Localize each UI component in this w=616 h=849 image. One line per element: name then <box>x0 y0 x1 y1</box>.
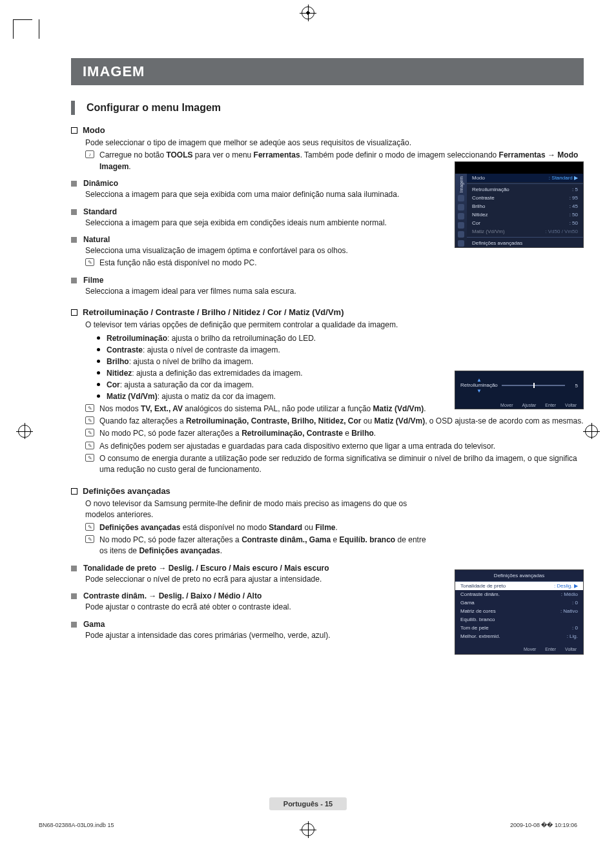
osd-side-label: Imagem <box>459 176 464 192</box>
note-icon: ✎ <box>85 258 94 266</box>
text: Brilho: ajusta o nível de brilho da imag… <box>107 356 253 367</box>
imprint-right: 2009-10-08 �� 10:19:06 <box>510 822 577 828</box>
osd-footer-item: Mover <box>500 403 513 407</box>
text: Matiz (Vd/Vm): ajusta o matiz da cor da … <box>107 391 276 402</box>
osd-row: Brilho: 45 <box>467 202 583 210</box>
text: No modo PC, só pode fazer alterações a R… <box>99 428 376 439</box>
note-icon: ✎ <box>85 404 94 412</box>
osd-screenshot-slider: ▲ Retroiluminação ▼ 5 Mover Ajustar Ente… <box>455 371 584 409</box>
osd-slider-track <box>502 385 565 386</box>
triangle-down-icon: ▼ <box>460 389 498 394</box>
checkbox-marker-icon <box>71 127 77 134</box>
page-footer: Português - 15 <box>0 797 616 810</box>
osd-slider-value: 5 <box>569 383 578 389</box>
bullet-dot-icon <box>97 348 100 351</box>
osd-row: Tom de pele: 0 <box>455 624 583 632</box>
text: Cor: ajusta a saturação da cor da imagem… <box>107 379 254 391</box>
osd-row: Tonalidade de preto: Deslig. ▶ <box>455 582 583 590</box>
osd-icon <box>458 195 464 201</box>
tools-icon: ♪ <box>85 150 94 158</box>
imprint-left: BN68-02388A-03L09.indb 15 <box>39 822 114 828</box>
osd-footer-item: Enter <box>545 647 556 651</box>
heading-modo: Modo <box>71 125 584 135</box>
document-page: IMAGEM Configurar o menu Imagem Modo Pod… <box>0 0 616 641</box>
text: Retroiluminação: ajusta o brilho da retr… <box>107 332 316 344</box>
bullet-dot-icon <box>97 394 100 398</box>
bullet-item: Brilho: ajusta o nível de brilho da imag… <box>97 356 584 367</box>
checkbox-marker-icon <box>71 488 77 495</box>
text: No modo PC, só pode fazer alterações a C… <box>99 535 434 557</box>
body-defav-intro: O novo televisor da Samsung permite-lhe … <box>85 498 434 521</box>
square-bullet-icon <box>71 593 77 599</box>
text: Esta função não está disponível no modo … <box>99 258 257 269</box>
body-filme: Selecciona a imagem ideal para ver filme… <box>85 286 584 297</box>
osd-icon <box>458 240 464 247</box>
osd-icon <box>458 204 464 210</box>
note-icon: ✎ <box>85 442 94 449</box>
note-icon: ✎ <box>85 416 94 424</box>
osd-title: Definições avançadas <box>455 570 583 582</box>
body-modo: Pode seleccionar o tipo de imagem que me… <box>85 138 584 148</box>
text: As definições podem ser ajustadas e guar… <box>99 441 495 452</box>
bullet-dot-icon <box>97 360 100 363</box>
osd-row: Melhor. extremid.: Lig. <box>455 632 583 640</box>
note-retro-4: ✎ As definições podem ser ajustadas e gu… <box>85 441 584 452</box>
section-header: Configurar o menu Imagem <box>71 101 584 115</box>
osd-row: Matriz de cores: Nativo <box>455 607 583 615</box>
checkbox-marker-icon <box>71 309 77 316</box>
bullet-dot-icon <box>97 383 100 386</box>
heading-filme: Filme <box>71 276 584 285</box>
osd-row: Matiz (Vd/Vm): Vd50 / Vm50 <box>467 227 583 236</box>
osd-row: Definições avançadas <box>467 239 583 247</box>
osd-footer-item: Voltar <box>565 403 577 407</box>
square-bullet-icon <box>71 237 77 243</box>
bullet-item: Retroiluminação: ajusta o brilho da retr… <box>97 332 584 344</box>
osd-row: Contraste: 95 <box>467 194 583 202</box>
note-retro-5: ✎ O consumo de energia durante a utiliza… <box>85 453 584 476</box>
square-bullet-icon <box>71 566 77 571</box>
note-icon: ✎ <box>85 454 94 462</box>
chapter-title: IMAGEM <box>71 58 584 85</box>
osd-row-selected: Modo : Standard ▶ <box>467 174 583 182</box>
osd-footer-item: Ajustar <box>522 403 537 407</box>
osd-footer-item: Enter <box>545 403 556 407</box>
square-bullet-icon <box>71 209 77 215</box>
square-bullet-icon <box>71 278 77 283</box>
osd-row: Equilíb. branco <box>455 615 583 624</box>
osd-screenshot-advanced: Definições avançadas Tonalidade de preto… <box>455 569 584 655</box>
note-icon: ✎ <box>85 523 94 531</box>
text: Nos modos TV, Ext., AV analógicos do sis… <box>99 404 426 414</box>
osd-icon <box>458 222 464 229</box>
square-bullet-icon <box>71 622 77 628</box>
heading-retro: Retroiluminação / Contraste / Brilho / N… <box>71 307 584 317</box>
osd-icon <box>458 231 464 238</box>
imprint-line: BN68-02388A-03L09.indb 15 2009-10-08 �� … <box>39 822 577 828</box>
chevron-right-icon: ▶ <box>574 175 578 181</box>
note-icon: ✎ <box>85 429 94 436</box>
chevron-right-icon: ▶ <box>574 583 578 589</box>
heading-defav: Definições avançadas <box>71 486 584 496</box>
text: Pode seleccionar o tipo de imagem que me… <box>85 138 584 148</box>
note-retro-2: ✎ Quando faz alterações a Retroiluminaçã… <box>85 416 584 427</box>
osd-footer-item: Mover <box>524 647 536 651</box>
osd-row: Cor: 50 <box>467 219 583 227</box>
bullet-dot-icon <box>97 336 100 340</box>
note-defav-2: ✎ No modo PC, só pode fazer alterações a… <box>85 535 434 557</box>
osd-row: Gama: 0 <box>455 598 583 607</box>
text: Nitidez: ajusta a definição das extremid… <box>107 367 303 379</box>
note-defav-1: ✎ Definições avançadas está disponível n… <box>85 522 584 533</box>
bullet-dot-icon <box>97 371 100 374</box>
text: Quando faz alterações a Retroiluminação,… <box>99 416 584 427</box>
text: Contraste: ajusta o nível de contraste d… <box>107 344 280 356</box>
text: O consumo de energia durante a utilizaçã… <box>99 453 584 476</box>
note-natural: ✎ Esta função não está disponível no mod… <box>85 258 584 269</box>
square-bullet-icon <box>71 181 77 187</box>
note-retro-3: ✎ No modo PC, só pode fazer alterações a… <box>85 428 584 439</box>
osd-screenshot-mode: Imagem Modo : Standard ▶ Retroiluminação… <box>455 161 584 248</box>
section-title: Configurar o menu Imagem <box>87 102 221 114</box>
osd-icon <box>458 213 464 220</box>
bullet-item: Contraste: ajusta o nível de contraste d… <box>97 344 584 356</box>
page-number-pill: Português - 15 <box>269 797 347 810</box>
body-retro-intro: O televisor tem várias opções de definiç… <box>85 320 584 331</box>
osd-footer-item: Voltar <box>565 647 577 651</box>
